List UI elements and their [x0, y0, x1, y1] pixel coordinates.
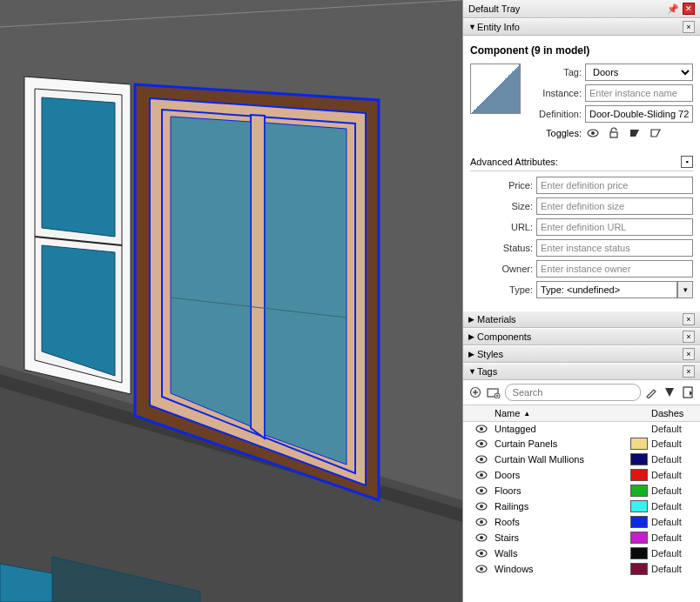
advanced-attributes-label: Advanced Attributes:	[470, 157, 681, 167]
panel-close-button[interactable]: ×	[683, 21, 695, 33]
svg-marker-13	[171, 117, 251, 426]
purge-tags-button[interactable]	[662, 385, 676, 400]
tag-name: Stairs	[495, 532, 630, 543]
tag-select[interactable]: Doors	[585, 64, 693, 81]
tag-row[interactable]: Curtain PanelsDefault	[463, 436, 700, 452]
panel-materials-header[interactable]: ▶ Materials ×	[463, 311, 700, 328]
type-label: Type:	[470, 284, 533, 295]
tag-color-swatch[interactable]	[630, 500, 648, 512]
tag-color-swatch[interactable]	[630, 485, 648, 497]
size-input[interactable]	[536, 197, 693, 215]
tags-menu-button[interactable]	[680, 385, 695, 400]
tag-dashes[interactable]: Default	[651, 517, 695, 527]
panel-close-button[interactable]: ×	[683, 365, 695, 378]
panel-tags-header[interactable]: ▼ Tags ×	[463, 363, 700, 380]
tag-visibility-toggle[interactable]	[468, 533, 495, 542]
visibility-toggle-icon[interactable]	[585, 126, 601, 140]
column-dashes-header[interactable]: Dashes	[651, 408, 695, 418]
tag-visibility-toggle[interactable]	[468, 425, 495, 433]
tray-close-button[interactable]: ✕	[683, 3, 695, 15]
tag-color-swatch[interactable]	[630, 563, 648, 575]
tag-row[interactable]: DoorsDefault	[463, 467, 700, 483]
url-input[interactable]	[536, 218, 693, 236]
tag-name: Doors	[495, 470, 630, 480]
add-tag-folder-button[interactable]	[487, 385, 501, 400]
svg-point-34	[480, 427, 483, 431]
price-input[interactable]	[536, 177, 693, 194]
shadow-cast-toggle-icon[interactable]	[627, 126, 643, 140]
tag-row[interactable]: WindowsDefault	[463, 561, 700, 577]
tag-visibility-toggle[interactable]	[468, 565, 495, 573]
svg-point-19	[591, 131, 595, 135]
tag-row[interactable]: FloorsDefault	[463, 483, 700, 498]
tag-dashes[interactable]: Default	[651, 470, 695, 480]
advanced-collapse-button[interactable]: ▪	[681, 156, 693, 168]
tag-visibility-toggle[interactable]	[468, 502, 495, 511]
tag-row[interactable]: UntaggedDefault	[463, 422, 700, 436]
svg-point-52	[480, 567, 483, 571]
tag-row[interactable]: RailingsDefault	[463, 498, 700, 514]
tag-visibility-toggle[interactable]	[468, 439, 495, 448]
panel-entity-info-header[interactable]: ▼ Entity Info ×	[463, 18, 700, 36]
svg-point-42	[480, 489, 483, 492]
tag-dashes[interactable]: Default	[651, 454, 695, 465]
svg-point-36	[480, 442, 483, 445]
tag-name: Floors	[495, 485, 630, 496]
instance-input[interactable]	[585, 84, 693, 102]
tag-name: Railings	[495, 501, 630, 512]
tag-row[interactable]: RoofsDefault	[463, 514, 700, 530]
status-input[interactable]	[536, 239, 693, 257]
add-tag-button[interactable]	[468, 385, 483, 400]
tag-row[interactable]: Curtain Wall MullionsDefault	[463, 452, 700, 467]
tag-row[interactable]: WallsDefault	[463, 545, 700, 561]
status-label: Status:	[470, 243, 533, 253]
panel-label: Components	[477, 331, 683, 342]
color-by-tag-button[interactable]	[644, 385, 659, 400]
tag-dashes[interactable]: Default	[651, 485, 695, 496]
panel-label: Styles	[477, 349, 683, 359]
tag-color-swatch[interactable]	[630, 469, 648, 481]
column-name-header[interactable]: Name▲	[495, 408, 630, 418]
entity-info-body: Component (9 in model) Tag: Doors Instan…	[463, 36, 700, 311]
tag-visibility-toggle[interactable]	[468, 471, 495, 479]
tag-dashes[interactable]: Default	[651, 564, 695, 574]
panel-close-button[interactable]: ×	[683, 331, 695, 343]
tag-color-swatch[interactable]	[630, 547, 648, 559]
lock-toggle-icon[interactable]	[606, 126, 622, 140]
owner-input[interactable]	[536, 260, 693, 278]
panel-label: Tags	[477, 366, 683, 377]
type-dropdown-button[interactable]: ▾	[677, 281, 693, 298]
shadow-receive-toggle-icon[interactable]	[648, 126, 663, 140]
tags-search-input[interactable]	[505, 384, 641, 401]
tag-color-swatch[interactable]	[630, 516, 648, 528]
tag-name: Roofs	[495, 517, 630, 527]
panel-close-button[interactable]: ×	[683, 348, 695, 360]
tag-color-swatch[interactable]	[630, 438, 648, 450]
type-input[interactable]	[536, 281, 677, 298]
svg-marker-14	[265, 123, 347, 465]
tag-visibility-toggle[interactable]	[468, 518, 495, 526]
model-viewport[interactable]	[0, 0, 462, 602]
tag-name: Curtain Wall Mullions	[495, 454, 630, 465]
tag-dashes[interactable]: Default	[651, 532, 695, 543]
component-thumbnail[interactable]	[470, 64, 521, 114]
tag-dashes[interactable]: Default	[651, 438, 695, 449]
panel-close-button[interactable]: ×	[683, 313, 695, 325]
tag-dashes[interactable]: Default	[651, 501, 695, 512]
tag-color-swatch[interactable]	[630, 453, 648, 465]
size-label: Size:	[470, 201, 533, 211]
panel-components-header[interactable]: ▶ Components ×	[463, 328, 700, 345]
tray-header: Default Tray 📌 ✕	[463, 0, 700, 18]
panel-styles-header[interactable]: ▶ Styles ×	[463, 345, 700, 363]
tag-visibility-toggle[interactable]	[468, 455, 495, 464]
tag-row[interactable]: StairsDefault	[463, 530, 700, 545]
svg-marker-30	[665, 388, 674, 397]
tag-visibility-toggle[interactable]	[468, 486, 495, 495]
tag-visibility-toggle[interactable]	[468, 549, 495, 558]
tag-color-swatch[interactable]	[630, 532, 648, 544]
pin-icon[interactable]: 📌	[667, 3, 679, 15]
definition-input[interactable]	[585, 105, 693, 123]
tag-dashes[interactable]: Default	[651, 548, 695, 559]
tag-dashes[interactable]: Default	[651, 424, 695, 434]
default-tray: Default Tray 📌 ✕ ▼ Entity Info × Compone…	[462, 0, 700, 602]
